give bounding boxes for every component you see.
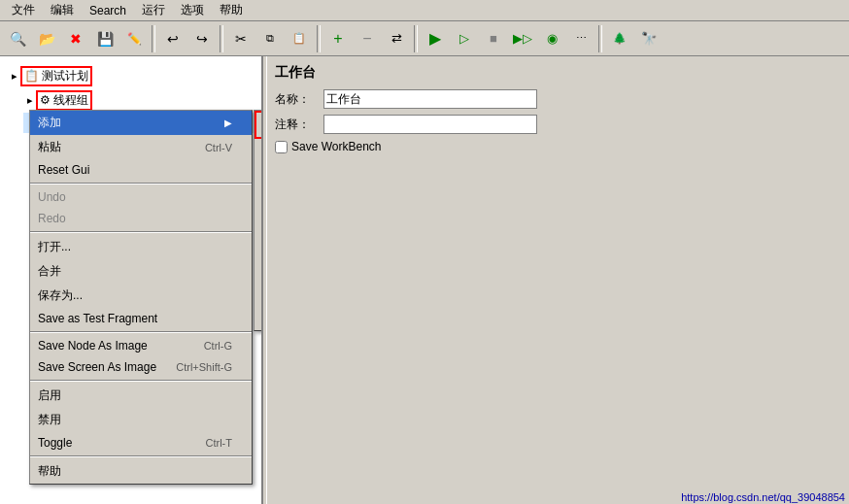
panel-comment-label: 注释： bbox=[275, 117, 323, 133]
status-text: https://blog.csdn.net/qq_39048854 bbox=[681, 491, 845, 503]
sub-logic-ctrl[interactable]: 逻辑控制器 ▶ bbox=[255, 139, 262, 163]
toolbar-btn-open[interactable]: 📂 bbox=[33, 25, 60, 52]
toolbar-btn-stop2[interactable]: ■ bbox=[480, 25, 507, 52]
ctx-add-arrow: ▶ bbox=[224, 118, 232, 128]
toolbar-sep-1 bbox=[152, 25, 155, 52]
menu-options[interactable]: 选项 bbox=[173, 0, 212, 20]
sub-listener[interactable]: 监听器 ▶ bbox=[255, 306, 262, 330]
panel-title: 工作台 bbox=[275, 64, 841, 82]
ctx-disable[interactable]: 禁用 bbox=[30, 408, 252, 432]
sub-config[interactable]: 配置元件 ▶ bbox=[255, 163, 262, 187]
menubar: 文件 编辑 Search 运行 选项 帮助 bbox=[0, 0, 849, 21]
sub-assertion[interactable]: 断言 ▶ bbox=[255, 282, 262, 306]
submenu-add: 非测试元件 ▶ 逻辑控制器 ▶ 配置元件 ▶ 定时器 ▶ 前置处理器 ▶ Sam… bbox=[254, 110, 262, 331]
ctx-undo: Undo bbox=[30, 186, 252, 208]
tree-label-plan[interactable]: 📋 测试计划 bbox=[20, 66, 92, 86]
ctx-save-node-img[interactable]: Save Node As Image Ctrl-G bbox=[30, 335, 252, 356]
menu-search[interactable]: Search bbox=[82, 2, 134, 19]
toolbar-btn-save[interactable]: 💾 bbox=[91, 25, 119, 52]
toolbar-btn-add[interactable]: + bbox=[324, 25, 352, 52]
sub-post-proc[interactable]: 后置处理器 ▶ bbox=[255, 257, 262, 282]
toolbar-btn-tree[interactable]: 🌲 bbox=[606, 25, 633, 52]
toolbar-btn-redo[interactable]: ↪ bbox=[188, 25, 216, 52]
toolbar-btn-edit[interactable]: ✏️ bbox=[120, 25, 148, 52]
menu-edit[interactable]: 编辑 bbox=[43, 0, 82, 20]
menu-file[interactable]: 文件 bbox=[4, 0, 43, 20]
ctx-redo: Redo bbox=[30, 208, 252, 229]
toolbar-btn-binoculars[interactable]: 🔭 bbox=[635, 25, 662, 52]
plan-icon: 📋 bbox=[24, 69, 39, 83]
toolbar-btn-cut[interactable]: ✂ bbox=[227, 25, 255, 52]
sub-non-test[interactable]: 非测试元件 ▶ bbox=[255, 111, 262, 139]
tree-item-plan[interactable]: ▸ 📋 测试计划 bbox=[8, 64, 257, 88]
ctx-sep-3 bbox=[30, 331, 252, 333]
ctx-sep-2 bbox=[30, 231, 252, 233]
panel-checkbox-row: Save WorkBench bbox=[275, 140, 841, 153]
toolbar-btn-undo[interactable]: ↩ bbox=[159, 25, 187, 52]
tree-expand-thread[interactable]: ▸ bbox=[27, 94, 33, 107]
panel-name-row: 名称： bbox=[275, 89, 841, 109]
ctx-paste[interactable]: 粘贴 Ctrl-V bbox=[30, 135, 252, 159]
ctx-save-screen-img[interactable]: Save Screen As Image Ctrl+Shift-G bbox=[30, 356, 252, 378]
ctx-help[interactable]: 帮助 bbox=[30, 459, 252, 484]
toolbar-btn-search[interactable]: 🔍 bbox=[4, 25, 31, 52]
toolbar-sep-5 bbox=[598, 25, 602, 52]
panel-name-label: 名称： bbox=[275, 91, 323, 108]
sub-timer[interactable]: 定时器 ▶ bbox=[255, 187, 262, 212]
panel-comment-row: 注释： bbox=[275, 115, 841, 134]
menu-help[interactable]: 帮助 bbox=[212, 0, 251, 20]
toolbar-btn-remove[interactable]: − bbox=[354, 25, 381, 52]
toolbar: 🔍 📂 ✖ 💾 ✏️ ↩ ↪ ✂ ⧉ 📋 + − ⇄ ▶ ▷ ■ ▶▷ ◉ ⋯ … bbox=[0, 21, 849, 56]
ctx-open[interactable]: 打开... bbox=[30, 235, 252, 259]
toolbar-btn-stop-red[interactable]: ✖ bbox=[62, 25, 89, 52]
sub-pre-proc[interactable]: 前置处理器 ▶ bbox=[255, 212, 262, 236]
tree-panel: ▸ 📋 测试计划 ▸ ⚙ 线程组 🖥 工作台 添加 bbox=[0, 56, 262, 504]
toolbar-btn-run[interactable]: ▶ bbox=[422, 25, 449, 52]
menu-run[interactable]: 运行 bbox=[134, 0, 173, 20]
ctx-save-as[interactable]: 保存为... bbox=[30, 284, 252, 308]
ctx-add[interactable]: 添加 ▶ bbox=[30, 111, 252, 135]
toolbar-btn-copy[interactable]: ⧉ bbox=[256, 25, 284, 52]
toolbar-sep-2 bbox=[220, 25, 223, 52]
ctx-sep-4 bbox=[30, 380, 252, 382]
ctx-merge[interactable]: 合并 bbox=[30, 259, 252, 284]
ctx-toggle[interactable]: Toggle Ctrl-T bbox=[30, 432, 252, 454]
toolbar-sep-4 bbox=[414, 25, 418, 52]
toolbar-btn-clear[interactable]: ◉ bbox=[538, 25, 565, 52]
statusbar: https://blog.csdn.net/qq_39048854 bbox=[677, 490, 849, 504]
tree-label-thread[interactable]: ⚙ 线程组 bbox=[36, 90, 92, 111]
ctx-sep-5 bbox=[30, 455, 252, 457]
ctx-sep-1 bbox=[30, 183, 252, 185]
panel-name-input[interactable] bbox=[323, 89, 537, 109]
toolbar-btn-record[interactable]: ▶▷ bbox=[509, 25, 536, 52]
main-area: ▸ 📋 测试计划 ▸ ⚙ 线程组 🖥 工作台 添加 bbox=[0, 56, 849, 504]
toolbar-btn-paste[interactable]: 📋 bbox=[286, 25, 313, 52]
panel-checkbox-label: Save WorkBench bbox=[291, 140, 382, 153]
toolbar-btn-dots[interactable]: ⋯ bbox=[567, 25, 594, 52]
right-panel: 工作台 名称： 注释： Save WorkBench bbox=[267, 56, 849, 504]
toolbar-btn-run2[interactable]: ▷ bbox=[451, 25, 478, 52]
ctx-reset-gui[interactable]: Reset Gui bbox=[30, 159, 252, 181]
ctx-save-fragment[interactable]: Save as Test Fragment bbox=[30, 308, 252, 329]
panel-comment-input[interactable] bbox=[323, 115, 537, 134]
thread-icon: ⚙ bbox=[40, 93, 51, 107]
panel-save-checkbox[interactable] bbox=[275, 141, 288, 153]
ctx-enable[interactable]: 启用 bbox=[30, 384, 252, 408]
tree-expand-plan[interactable]: ▸ bbox=[12, 70, 17, 83]
toolbar-btn-swap[interactable]: ⇄ bbox=[383, 25, 410, 52]
toolbar-sep-3 bbox=[317, 25, 321, 52]
context-menu: 添加 ▶ 粘贴 Ctrl-V Reset Gui Undo Redo 打开... bbox=[29, 110, 253, 485]
sub-sampler[interactable]: Sampler ▶ bbox=[255, 236, 262, 257]
